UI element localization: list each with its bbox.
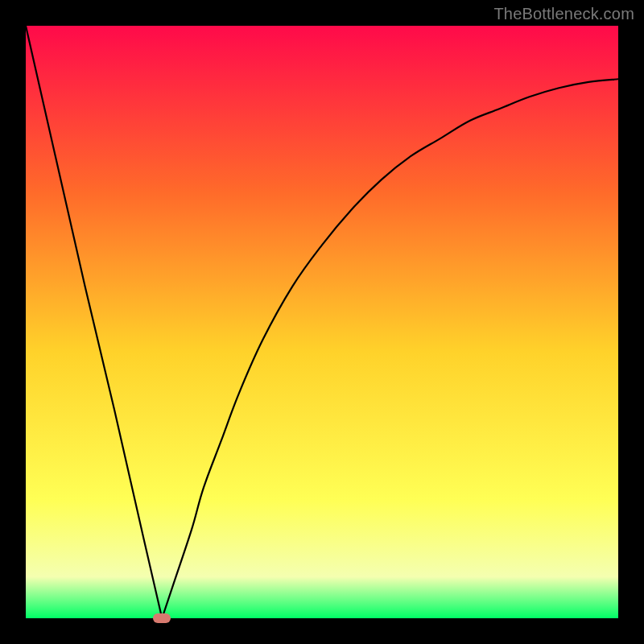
min-marker (153, 613, 171, 623)
watermark-text: TheBottleneck.com (493, 5, 634, 23)
chart-frame (26, 26, 618, 618)
bottleneck-chart (26, 26, 618, 618)
gradient-background (26, 26, 618, 618)
